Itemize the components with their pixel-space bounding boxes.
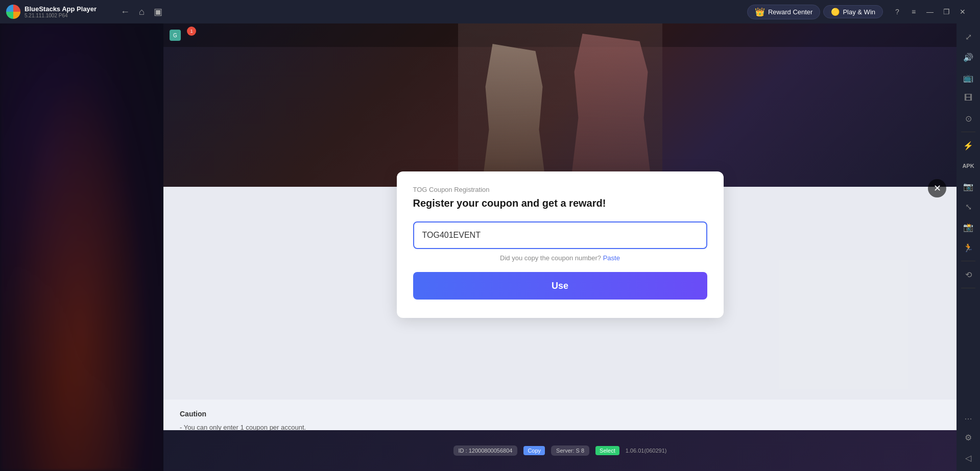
game-screenshot: G 1	[163, 23, 957, 187]
left-blur-inner	[0, 23, 163, 471]
game-id-text: ID : 12000800056804	[459, 448, 513, 454]
play-win-label: Play & Win	[843, 8, 875, 16]
paste-hint-text: Did you copy the coupon number?	[500, 254, 601, 262]
sidebar-display-icon[interactable]: 📺	[959, 68, 977, 87]
paste-hint: Did you copy the coupon number? Paste	[413, 254, 707, 262]
reward-center-label: Reward Center	[768, 8, 812, 16]
tabs-icon[interactable]: ▣	[154, 6, 162, 17]
title-bar: BlueStacks App Player 5.21.111.1002 P64 …	[0, 0, 980, 23]
game-bottom-strip: ID : 12000800056804 Copy Server: S 8 Sel…	[163, 430, 957, 471]
select-button[interactable]: Select	[595, 446, 619, 455]
sidebar-separator-2	[961, 261, 975, 261]
right-sidebar: ⤢ 🔊 📺 🎞 ⊙ ⚡ APK 📷 ⤡ 📸 🏃 ⟲ … ⚙ ◁	[957, 23, 980, 471]
help-button[interactable]: ?	[890, 5, 904, 19]
left-blurred-area	[0, 23, 163, 471]
sidebar-refresh-icon[interactable]: ⟲	[959, 265, 977, 284]
game-id-box: ID : 12000800056804	[453, 445, 518, 456]
game-badge: G	[170, 30, 181, 41]
sidebar-settings-icon[interactable]: ⚙	[959, 428, 977, 447]
title-bar-left: BlueStacks App Player 5.21.111.1002 P64	[0, 5, 112, 19]
server-box: Server: S 8	[551, 445, 589, 456]
app-version: 5.21.111.1002 P64	[25, 13, 97, 18]
sidebar-lightning-icon[interactable]: ⚡	[959, 136, 977, 155]
paste-link[interactable]: Paste	[603, 254, 620, 262]
window-controls: ? ≡ — ❐ ✕	[886, 5, 974, 19]
sidebar-expand-icon[interactable]: ⤢	[959, 28, 977, 46]
sidebar-camera-icon[interactable]: 🎞	[959, 89, 977, 107]
crown-icon: 👑	[755, 7, 765, 17]
bluestacks-logo	[6, 5, 20, 19]
app-name: BlueStacks App Player	[25, 5, 97, 13]
sidebar-volume-icon[interactable]: 🔊	[959, 48, 977, 66]
title-bar-nav: ← ⌂ ▣	[112, 6, 171, 17]
main-content: G 1 ✕ TOG Coupon Registration Register y…	[0, 23, 957, 471]
dialog-title: Register your coupon and get a reward!	[413, 197, 707, 209]
use-button[interactable]: Use	[413, 272, 707, 300]
character-right	[570, 34, 652, 187]
sidebar-separator-1	[961, 132, 975, 132]
coupon-input[interactable]	[413, 221, 707, 249]
sidebar-more-icon[interactable]: …	[959, 408, 977, 426]
play-win-button[interactable]: 🟡 Play & Win	[823, 5, 883, 18]
copy-button[interactable]: Copy	[523, 446, 545, 455]
back-icon[interactable]: ←	[121, 7, 130, 17]
version-text: 1.06.01(060291)	[626, 448, 667, 454]
character-left	[479, 44, 550, 187]
coin-icon: 🟡	[831, 8, 840, 16]
restore-button[interactable]: ❐	[939, 5, 953, 19]
sidebar-apk-icon[interactable]: APK	[959, 157, 977, 175]
server-text: Server: S 8	[556, 448, 584, 454]
sidebar-resize-icon[interactable]: ⤡	[959, 197, 977, 216]
sidebar-arrow-icon[interactable]: ◁	[959, 449, 977, 467]
reward-center-button[interactable]: 👑 Reward Center	[747, 5, 820, 19]
caution-title: Caution	[180, 410, 940, 418]
menu-button[interactable]: ≡	[906, 5, 921, 19]
title-bar-right: 👑 Reward Center 🟡 Play & Win ? ≡ — ❐ ✕	[741, 5, 980, 19]
app-info: BlueStacks App Player 5.21.111.1002 P64	[25, 5, 97, 18]
dialog-close-button[interactable]: ✕	[928, 179, 946, 197]
dialog-subtitle: TOG Coupon Registration	[413, 186, 707, 193]
character-area	[458, 23, 662, 187]
game-notification-badge: 1	[187, 27, 196, 36]
home-icon[interactable]: ⌂	[139, 7, 145, 17]
dialog-box: TOG Coupon Registration Register your co…	[397, 171, 724, 318]
sidebar-run-icon[interactable]: 🏃	[959, 238, 977, 257]
sidebar-target-icon[interactable]: ⊙	[959, 109, 977, 128]
sidebar-photo-icon[interactable]: 📸	[959, 218, 977, 236]
minimize-button[interactable]: —	[923, 5, 937, 19]
close-button[interactable]: ✕	[955, 5, 970, 19]
sidebar-screenshot-icon[interactable]: 📷	[959, 177, 977, 195]
overlay-panel: G 1 ✕ TOG Coupon Registration Register y…	[163, 23, 957, 471]
sidebar-separator-3	[961, 288, 975, 288]
game-area: G 1 ✕ TOG Coupon Registration Register y…	[0, 23, 957, 471]
